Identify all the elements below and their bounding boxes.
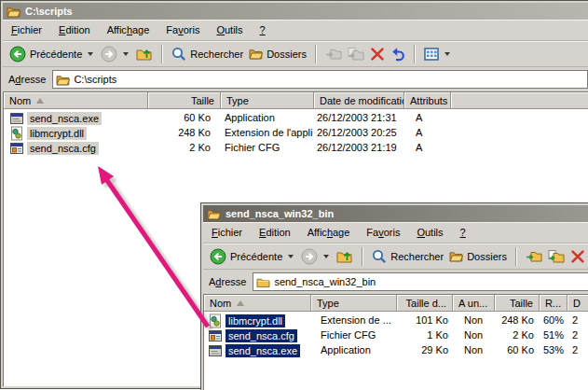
table-row[interactable]: send_nsca.cfg Fichier CFG 1 Ko Non 2 Ko … <box>204 328 588 343</box>
folder-open-icon <box>7 6 21 18</box>
column-header-mot-de-passe[interactable]: A un... <box>453 295 495 312</box>
folders-button[interactable]: Dossiers <box>447 249 509 263</box>
column-headers: Nom Taille Type Date de modification Att… <box>4 92 588 109</box>
forward-button[interactable] <box>299 247 333 266</box>
toolbar-separator <box>515 247 517 266</box>
folder-up-icon <box>336 248 353 265</box>
explorer-window-zip: send_nsca_win32_bin Fichier Edition Affi… <box>200 202 588 390</box>
menu-affichage[interactable]: Affichage <box>99 21 158 38</box>
menu-edition[interactable]: Edition <box>50 21 99 38</box>
application-icon <box>9 111 24 126</box>
column-header-ratio[interactable]: R... <box>540 295 567 312</box>
search-icon <box>372 249 387 264</box>
menu-help[interactable]: ? <box>252 21 274 38</box>
back-icon <box>9 46 26 63</box>
column-header-nom[interactable]: Nom <box>4 92 148 109</box>
forward-dropdown-caret-icon[interactable] <box>123 52 129 56</box>
folders-pane-icon <box>449 250 463 262</box>
move-to-button[interactable] <box>524 247 544 266</box>
column-header-nom[interactable]: Nom <box>204 295 311 312</box>
menu-affichage[interactable]: Affichage <box>299 224 359 241</box>
move-to-button <box>323 45 344 63</box>
views-grid-icon <box>424 47 439 62</box>
table-row[interactable]: libmcrypt.dll Extension de ... 101 Ko No… <box>204 313 588 328</box>
menu-help[interactable]: ? <box>452 224 474 241</box>
menu-favoris[interactable]: Favoris <box>157 21 208 38</box>
menu-fichier[interactable]: Fichier <box>3 21 50 38</box>
column-header-filler <box>451 92 588 109</box>
menu-outils[interactable]: Outils <box>208 21 251 38</box>
back-dropdown-caret-icon[interactable] <box>88 52 93 56</box>
column-header-taille[interactable]: Taille <box>495 295 540 312</box>
column-header-date[interactable]: Date de modification <box>314 92 404 109</box>
up-button[interactable] <box>134 45 155 63</box>
table-row[interactable]: send_nsca.cfg 2 Ko Fichier CFG 26/12/200… <box>4 141 588 156</box>
folder-up-icon <box>136 46 153 63</box>
delete-x-icon <box>370 47 385 62</box>
toolbar-separator <box>315 45 317 63</box>
cfg-icon <box>9 141 24 156</box>
folders-button[interactable]: Dossiers <box>247 47 308 61</box>
address-label: Adresse <box>8 74 46 85</box>
copy-to-button[interactable] <box>546 247 567 266</box>
address-label: Adresse <box>209 276 246 287</box>
delete-x-icon <box>570 249 585 264</box>
menu-edition[interactable]: Edition <box>251 224 299 241</box>
column-header-type[interactable]: Type <box>221 92 314 109</box>
title-bar[interactable]: send_nsca_win32_bin <box>203 205 588 222</box>
back-button[interactable]: Précédente <box>208 247 297 266</box>
dll-icon <box>9 126 24 141</box>
folder-open-icon <box>207 208 221 220</box>
copy-to-button <box>346 45 366 63</box>
move-to-icon <box>526 248 542 265</box>
views-dropdown-caret-icon[interactable] <box>444 52 450 56</box>
address-input[interactable]: send_nsca_win32_bin <box>253 272 588 291</box>
file-list: libmcrypt.dll Extension de ... 101 Ko No… <box>204 312 588 358</box>
delete-button[interactable] <box>568 248 587 265</box>
back-icon <box>210 248 226 265</box>
column-header-type[interactable]: Type <box>311 295 397 312</box>
back-button[interactable]: Précédente <box>7 45 97 63</box>
table-row[interactable]: send_nsca.exe Application 29 Ko Non 60 K… <box>204 343 588 358</box>
menu-outils[interactable]: Outils <box>408 224 451 241</box>
folder-open-icon <box>56 74 70 86</box>
up-button[interactable] <box>335 247 355 266</box>
forward-icon <box>101 46 117 63</box>
column-header-date[interactable]: D <box>567 295 588 312</box>
toolbar-separator <box>161 45 163 63</box>
window-title: send_nsca_win32_bin <box>226 208 334 219</box>
sort-ascending-icon <box>36 98 44 104</box>
copy-to-icon <box>348 46 364 63</box>
menu-favoris[interactable]: Favoris <box>358 224 408 241</box>
column-headers: Nom Type Taille d... A un... Taille R...… <box>204 295 588 312</box>
copy-to-icon <box>548 248 565 265</box>
column-header-taille-compressee[interactable]: Taille d... <box>397 295 453 312</box>
forward-icon <box>301 248 318 265</box>
back-dropdown-caret-icon[interactable] <box>288 255 294 258</box>
undo-button[interactable] <box>389 46 407 63</box>
move-to-icon <box>325 46 342 63</box>
delete-button[interactable] <box>368 46 387 63</box>
search-button[interactable]: Rechercher <box>170 46 245 63</box>
table-row[interactable]: send_nsca.exe 60 Ko Application 26/12/20… <box>4 111 588 126</box>
forward-button[interactable] <box>99 45 132 63</box>
file-list-area: Nom Type Taille d... A un... Taille R...… <box>203 294 588 390</box>
views-button[interactable] <box>422 46 454 63</box>
column-header-attributs[interactable]: Attributs <box>404 92 451 109</box>
table-row[interactable]: libmcrypt.dll 248 Ko Extension de l'appl… <box>4 126 588 141</box>
undo-icon <box>390 47 405 62</box>
sort-ascending-icon <box>237 300 244 306</box>
forward-dropdown-caret-icon[interactable] <box>323 255 329 258</box>
cfg-icon <box>208 328 223 343</box>
menu-fichier[interactable]: Fichier <box>203 224 251 241</box>
search-button[interactable]: Rechercher <box>370 248 445 265</box>
dll-icon <box>208 313 223 328</box>
application-icon <box>208 343 223 358</box>
window-title: C:\scripts <box>25 6 73 17</box>
file-list: send_nsca.exe 60 Ko Application 26/12/20… <box>4 109 588 156</box>
title-bar[interactable]: C:\scripts <box>3 3 588 20</box>
address-input[interactable]: C:\scripts <box>52 70 588 89</box>
folders-pane-icon <box>249 48 263 60</box>
column-header-taille[interactable]: Taille <box>148 92 221 109</box>
toolbar-separator <box>414 45 416 63</box>
